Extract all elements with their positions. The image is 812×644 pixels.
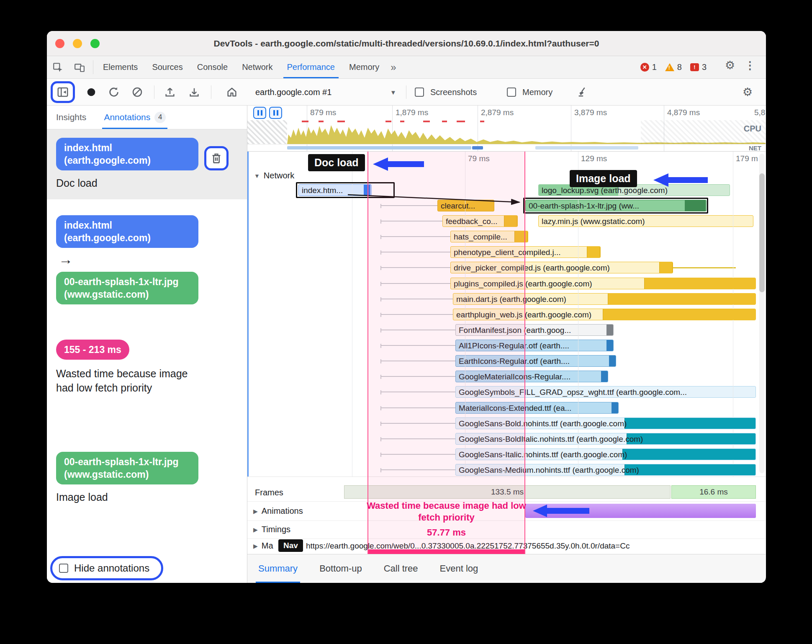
reload-and-record-button[interactable] <box>105 83 123 101</box>
bottom-tab-bottom-up[interactable]: Bottom-up <box>319 554 362 583</box>
network-request-bar[interactable]: 00-earth-splash-1x-ltr.jpg (ww... <box>525 200 707 211</box>
network-request-bar[interactable]: index.htm... <box>298 184 372 196</box>
network-request-bar[interactable]: hats_compile... <box>450 231 528 242</box>
network-request-bar[interactable]: main.dart.js (earth.google.com) <box>453 293 756 305</box>
image-load-annotation-badge[interactable]: Image load <box>570 170 637 187</box>
request-label: GoogleSans-Italic.nohints.ttf (earth.goo… <box>456 449 630 460</box>
collapse-triangle-icon: ▼ <box>254 173 260 179</box>
screenshots-checkbox[interactable] <box>414 83 424 101</box>
sidebar-tab-annotations[interactable]: Annotations4 <box>104 106 166 129</box>
network-request-bar[interactable]: EarthIcons-Regular.otf (earth.... <box>455 355 616 367</box>
annotation-chip[interactable]: index.html (earth.google.com) <box>56 215 198 248</box>
request-label: 00-earth-splash-1x-ltr.jpg (ww... <box>526 200 642 211</box>
request-start-connector <box>380 236 450 237</box>
annotation-chip[interactable]: 155 - 213 ms <box>56 340 129 360</box>
animations-track-header[interactable]: ▶ Animations <box>253 506 303 516</box>
tab-console[interactable]: Console <box>190 56 235 78</box>
annotation-item-4: 00-earth-splash-1x-ltr.jpg (www.gstatic.… <box>47 443 247 513</box>
capture-settings-gear-icon[interactable]: ⚙ <box>738 83 757 101</box>
request-label: EarthIcons-Regular.otf (earth.... <box>456 355 573 367</box>
network-request-bar[interactable]: GoogleSans-Italic.nohints.ttf (earth.goo… <box>455 448 756 460</box>
collect-garbage-icon[interactable] <box>573 83 592 101</box>
request-timing-segment <box>644 278 756 289</box>
request-start-connector <box>380 438 455 439</box>
show-sidebar-icon[interactable] <box>57 86 69 98</box>
more-tabs-icon[interactable]: » <box>386 56 400 78</box>
chevron-down-icon[interactable]: ▼ <box>390 83 396 101</box>
request-label: phenotype_client_compiled.j... <box>451 247 564 258</box>
timeline-pane: 879 ms1,879 ms2,879 ms3,879 ms4,879 ms5,… <box>247 106 766 583</box>
doc-load-annotation-badge[interactable]: Doc load <box>308 154 365 171</box>
scrollbar-thumb[interactable] <box>759 173 765 292</box>
performance-toolbar: earth.google.com #1 ▼ Screenshots Memory… <box>47 79 766 106</box>
bottom-tab-summary[interactable]: Summary <box>258 554 298 583</box>
memory-checkbox[interactable] <box>506 83 516 101</box>
tab-elements[interactable]: Elements <box>96 56 145 78</box>
vertical-scrollbar <box>759 154 765 473</box>
network-overview-strip <box>247 144 766 152</box>
tab-sources[interactable]: Sources <box>145 56 190 78</box>
network-request-bar[interactable]: feedback_co... <box>442 215 518 227</box>
network-request-bar[interactable]: GoogleSans-BoldItalic.nohints.ttf (earth… <box>455 433 756 445</box>
device-toolbar-icon[interactable] <box>69 58 90 77</box>
titlebar: DevTools - earth.google.com/static/multi… <box>47 31 766 56</box>
tab-performance[interactable]: Performance <box>280 56 342 78</box>
network-request-bar[interactable]: lazy.min.js (www.gstatic.com) <box>538 215 753 227</box>
sidebar-tab-insights[interactable]: Insights <box>56 106 86 129</box>
nav-annotation-badge[interactable]: Nav <box>278 539 303 552</box>
network-request-bar[interactable]: earthplugin_web.js (earth.google.com) <box>453 309 756 320</box>
annotation-chip[interactable]: 00-earth-splash-1x-ltr.jpg (www.gstatic.… <box>56 452 198 484</box>
close-window-button[interactable] <box>55 39 64 48</box>
network-track-header[interactable]: ▼ Network <box>254 171 294 180</box>
breadcrumb-pause-button-2[interactable] <box>269 107 282 119</box>
upload-profile-icon[interactable] <box>161 83 179 101</box>
sidebar-tabs: InsightsAnnotations4 <box>47 106 247 129</box>
home-icon[interactable] <box>223 83 241 101</box>
request-label: plugins_compiled.js (earth.google.com) <box>451 278 595 289</box>
network-request-bar[interactable]: GoogleSymbols_FILL_GRAD_opsz_wght.ttf (e… <box>455 386 756 398</box>
tab-memory[interactable]: Memory <box>342 56 386 78</box>
issues-badge[interactable]: ! 3 <box>690 62 707 72</box>
bottom-tab-call-tree[interactable]: Call tree <box>384 554 418 583</box>
breadcrumb-pause-button[interactable] <box>253 107 266 119</box>
track-resize-handle[interactable]: ••• <box>499 467 513 477</box>
annotation-chip[interactable]: 00-earth-splash-1x-ltr.jpg (www.gstatic.… <box>56 272 198 304</box>
bottom-tab-event-log[interactable]: Event log <box>440 554 478 583</box>
timeline-overview[interactable]: 879 ms1,879 ms2,879 ms3,879 ms4,879 ms5,… <box>247 106 766 152</box>
request-label: GoogleMaterialIcons-Regular.... <box>456 371 573 382</box>
divider <box>154 85 154 99</box>
annotation-chip[interactable]: index.html (earth.google.com) <box>56 138 198 170</box>
network-request-bar[interactable]: clearcut... <box>437 200 494 211</box>
network-request-bar[interactable]: GoogleSans-Bold.nohints.ttf (earth.googl… <box>455 417 756 429</box>
timings-track-header[interactable]: ▶ Timings <box>253 525 290 534</box>
network-request-bar[interactable]: plugins_compiled.js (earth.google.com) <box>450 278 756 289</box>
console-warnings-badge[interactable]: 8 <box>665 62 682 72</box>
inspect-element-icon[interactable] <box>47 58 69 77</box>
tutorial-highlight-ring <box>51 81 75 103</box>
network-request-bar[interactable]: All1PIcons-Regular.otf (earth.... <box>455 340 614 351</box>
request-timing-segment <box>601 371 608 382</box>
network-request-bar[interactable] <box>673 267 736 268</box>
fullscreen-window-button[interactable] <box>90 39 100 48</box>
hide-annotations-checkbox[interactable] <box>59 564 68 573</box>
main-track-header[interactable]: ▶ Ma <box>253 541 273 551</box>
network-request-bar[interactable]: GoogleMaterialIcons-Regular.... <box>455 371 608 382</box>
network-request-bar[interactable]: MaterialIcons-Extended.ttf (ea... <box>455 402 619 414</box>
network-request-bar[interactable]: drive_picker_compiled.js (earth.google.c… <box>450 262 673 273</box>
frames-track-header[interactable]: Frames <box>255 488 283 497</box>
target-selector-dropdown[interactable]: earth.google.com #1 <box>255 83 331 101</box>
settings-gear-icon[interactable]: ⚙ <box>719 56 741 75</box>
record-button[interactable] <box>82 83 100 101</box>
console-errors-badge[interactable]: ✕ 1 <box>640 62 657 72</box>
delete-annotation-button[interactable] <box>210 152 223 165</box>
network-request-bar[interactable]: FontManifest.json (earth.goog... <box>455 324 614 336</box>
frames-track-label: Frames <box>255 488 283 497</box>
clear-recording-icon[interactable] <box>128 83 146 101</box>
tab-network[interactable]: Network <box>235 56 280 78</box>
minimize-window-button[interactable] <box>73 39 82 48</box>
download-profile-icon[interactable] <box>185 83 203 101</box>
animation-event-bar[interactable] <box>525 504 756 518</box>
request-label: MaterialIcons-Extended.ttf (ea... <box>456 402 574 414</box>
more-options-kebab-icon[interactable]: ⋮ <box>739 56 761 75</box>
overview-time-label: 3,879 ms <box>574 108 607 117</box>
